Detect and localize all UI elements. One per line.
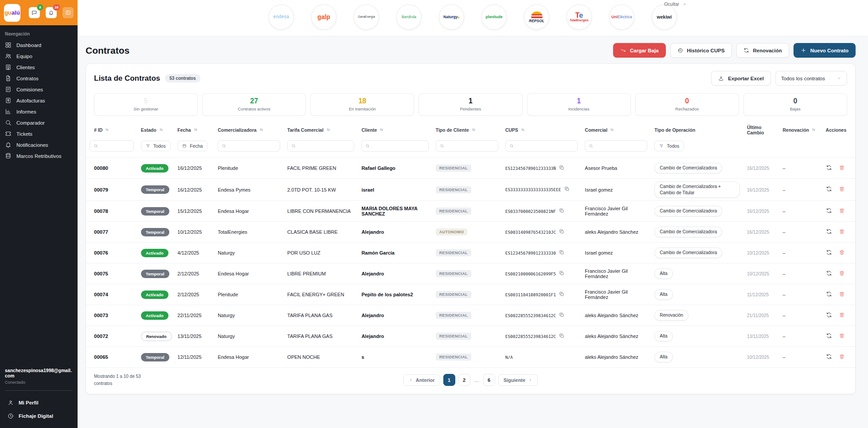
renew-contract-button[interactable] [826,291,832,298]
filter-cell-acciones [822,137,855,158]
filter-search-comercial[interactable] [585,140,647,152]
sidebar-collapse-button[interactable] [63,7,74,18]
delete-contract-button[interactable] [839,208,845,215]
filter-input-tipo-de-cliente[interactable] [447,143,494,149]
sidebar-item-clientes[interactable]: Clientes [0,62,78,73]
copy-cups-button[interactable] [559,312,564,319]
copy-cups-button[interactable] [559,165,564,172]
sidebar-item-comparador[interactable]: Comparador [0,117,78,128]
logo-totalenergies[interactable]: TeTotalEnergies [567,4,592,30]
delete-contract-button[interactable] [839,312,845,319]
footer-item-fichaje-digital[interactable]: Fichaje Digital [5,409,73,423]
logo-galp[interactable]: galp [311,4,336,30]
delete-contract-button[interactable] [839,333,845,340]
renew-contract-button[interactable] [826,270,832,278]
logo-unielectrica[interactable]: UniEléctrica [609,4,634,30]
sort-icon[interactable] [610,127,614,132]
delete-contract-button[interactable] [839,228,845,236]
historico-cups-button[interactable]: Histórico CUPS [670,43,732,58]
filter-input-cups[interactable] [516,143,574,149]
renew-contract-button[interactable] [826,333,832,340]
renovacion-button[interactable]: Renovación [736,43,789,58]
filter-todos-tipo-de-operacion[interactable]: Todos [654,141,684,151]
chat-button[interactable]: 8 [29,7,40,18]
filter-todos-estado[interactable]: Todos [141,141,171,151]
renew-contract-button[interactable] [826,165,832,172]
page-button-6[interactable]: 6 [483,374,495,386]
logo-wekiwi[interactable]: wekiwi [652,4,677,30]
filter-input-tarifa-comercial[interactable] [298,143,350,149]
brand-logo[interactable]: gualú [4,4,20,22]
delete-contract-button[interactable] [839,186,845,193]
filter-input-comercial[interactable] [596,143,643,149]
delete-contract-button[interactable] [839,270,845,278]
table-row: 00079Temporal16/12/2025Endesa Pymes2.0TD… [86,179,855,201]
delete-contract-button[interactable] [839,165,845,172]
next-page-button[interactable]: Siguiente [498,374,538,386]
copy-cups-button[interactable] [559,250,564,256]
filter-search-tipo-de-cliente[interactable] [436,140,498,152]
logo-iberdrola[interactable]: iberdrola [396,4,422,30]
sort-icon[interactable] [326,127,331,132]
operacion-badge: Alta [654,331,673,342]
sidebar-item-comisiones[interactable]: Comisiones [0,84,78,95]
filter-search-tarifa-comercial[interactable] [287,140,354,152]
logo-endesa[interactable]: endesa [269,4,294,30]
renew-contract-button[interactable] [826,353,832,361]
renew-contract-button[interactable] [826,208,832,215]
copy-cups-button[interactable] [559,333,564,340]
page-button-1[interactable]: 1 [443,374,455,386]
delete-contract-button[interactable] [839,291,845,298]
copy-cups-button[interactable] [559,291,564,298]
contracts-filter-select[interactable]: Todos los contratos [775,71,847,86]
filter-input-cliente[interactable] [372,143,424,149]
logo-naturgy[interactable]: Naturgy▴ [439,4,464,30]
filter-fecha[interactable]: Fecha [177,141,207,151]
filter-search-cups[interactable] [505,140,578,152]
delete-contract-button[interactable] [839,353,845,361]
sidebar-item-equipo[interactable]: Equipo [0,51,78,62]
copy-cups-button[interactable] [559,271,564,277]
sort-icon[interactable] [811,127,816,132]
sidebar-item-contratos[interactable]: Contratos [0,73,78,84]
cell-estado: Temporal [137,263,174,284]
logo-ganaenergia[interactable]: GanaEnergía [354,4,379,30]
sort-icon[interactable] [193,127,198,132]
nuevo-contrato-button[interactable]: Nuevo Contrato [794,43,856,58]
filter-input-id[interactable] [101,143,130,149]
copy-cups-button[interactable] [559,229,564,236]
export-excel-button[interactable]: Exportar Excel [711,71,771,86]
sidebar-item-informes[interactable]: Informes [0,106,78,117]
sort-icon[interactable] [379,127,384,132]
hide-providers-toggle[interactable]: Ocultar [664,1,687,7]
sidebar-item-marcos-retributivos[interactable]: Marcos Retributivos [0,150,78,161]
filter-input-comercializadora[interactable] [229,143,276,149]
sidebar-item-notificaciones[interactable]: Notificaciones [0,139,78,150]
footer-item-mi-perfil[interactable]: Mi Perfil [5,396,73,409]
sidebar-item-autofacturas[interactable]: Autofacturas [0,95,78,106]
renew-contract-button[interactable] [826,312,832,319]
filter-search-id[interactable] [90,140,134,152]
sort-icon[interactable] [520,127,525,132]
sort-icon[interactable] [259,127,264,132]
filter-search-cliente[interactable] [361,140,428,152]
sort-icon[interactable] [159,127,164,132]
sort-icon[interactable] [471,127,476,132]
sort-icon[interactable] [105,127,109,132]
prev-page-button[interactable]: Anterior [403,374,440,386]
renew-contract-button[interactable] [826,186,832,193]
logo-repsol[interactable]: REPSOL [524,4,549,30]
copy-cups-button[interactable] [559,208,564,215]
logo-plenitude[interactable]: plenitude [481,4,507,30]
sidebar-item-dashboard[interactable]: Dashboard [0,39,78,51]
cargar-baja-button[interactable]: Cargar Baja [613,43,666,58]
copy-cups-button[interactable] [564,186,570,193]
filter-search-comercializadora[interactable] [218,140,280,152]
renew-contract-button[interactable] [826,228,832,236]
renew-contract-button[interactable] [826,249,832,257]
notifications-button[interactable]: 28 [46,7,57,18]
delete-contract-button[interactable] [839,249,845,257]
sidebar-item-tickets[interactable]: Tickets [0,128,78,139]
page-button-2[interactable]: 2 [458,374,470,386]
refresh-icon [743,47,749,53]
